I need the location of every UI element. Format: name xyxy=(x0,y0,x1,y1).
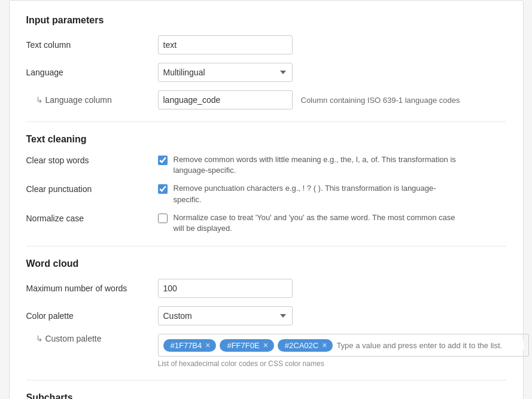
language-column-input[interactable] xyxy=(158,90,293,109)
input-params-title: Input parameters xyxy=(26,15,506,26)
custom-palette-label: Custom palette xyxy=(26,334,158,343)
language-column-row: Language column Column containing ISO 63… xyxy=(26,90,506,109)
max-words-input[interactable] xyxy=(158,279,293,298)
color-palette-row: Color palette Custom Default Pastel Vivi… xyxy=(26,306,506,325)
clear-punctuation-label: Clear punctuation xyxy=(26,183,158,194)
clear-punctuation-area: Remove punctuation characters e.g., ! ? … xyxy=(158,183,461,205)
custom-palette-row: Custom palette #1F77B4 × #FF7F0E × #2CA0… xyxy=(26,334,506,368)
language-select[interactable]: Multilingual English French German Spani… xyxy=(158,63,293,82)
text-column-label: Text column xyxy=(26,40,158,50)
max-words-label: Maximum number of words xyxy=(26,284,158,293)
language-column-label: Language column xyxy=(26,95,158,105)
tags-container[interactable]: #1F77B4 × #FF7F0E × #2CA02C × xyxy=(158,334,529,357)
tags-input[interactable] xyxy=(336,341,523,350)
clear-punctuation-checkbox[interactable] xyxy=(158,184,168,194)
tag-2ca02c-close[interactable]: × xyxy=(322,341,327,349)
text-column-input[interactable] xyxy=(158,35,293,54)
custom-palette-col: #1F77B4 × #FF7F0E × #2CA02C × List of he… xyxy=(158,334,529,368)
clear-stop-words-area: Remove common words with little meaning … xyxy=(158,154,461,176)
tag-2ca02c-value: #2CA02C xyxy=(285,341,318,350)
subcharts-section: Subcharts Split by column Optional colum… xyxy=(26,392,506,399)
clear-punctuation-desc: Remove punctuation characters e.g., ! ? … xyxy=(174,183,461,205)
max-words-row: Maximum number of words xyxy=(26,279,506,298)
normalize-case-row: Normalize case Normalize case to treat '… xyxy=(26,212,506,234)
tag-ff7f0e-value: #FF7F0E xyxy=(227,341,259,350)
normalize-case-label: Normalize case xyxy=(26,212,158,223)
tag-1f77b4-value: #1F77B4 xyxy=(171,341,202,350)
clear-stop-words-row: Clear stop words Remove common words wit… xyxy=(26,154,506,176)
language-column-hint: Column containing ISO 639-1 language cod… xyxy=(301,96,460,105)
word-cloud-title: Word cloud xyxy=(26,258,506,269)
clear-stop-words-checkbox[interactable] xyxy=(158,156,168,165)
language-row: Language Multilingual English French Ger… xyxy=(26,63,506,82)
tag-ff7f0e: #FF7F0E × xyxy=(220,339,273,352)
clear-punctuation-row: Clear punctuation Remove punctuation cha… xyxy=(26,183,506,205)
text-cleaning-title: Text cleaning xyxy=(26,134,506,145)
language-label: Language xyxy=(26,68,158,77)
settings-panel: Input parameters Text column Language Mu… xyxy=(9,0,524,399)
normalize-case-area: Normalize case to treat 'You' and 'you' … xyxy=(158,212,461,234)
clear-stop-words-desc: Remove common words with little meaning … xyxy=(174,154,461,176)
text-column-row: Text column xyxy=(26,35,506,54)
normalize-case-desc: Normalize case to treat 'You' and 'you' … xyxy=(174,212,461,234)
normalize-case-checkbox[interactable] xyxy=(158,214,168,223)
tag-ff7f0e-close[interactable]: × xyxy=(263,341,268,349)
color-palette-select[interactable]: Custom Default Pastel Vivid xyxy=(158,306,293,325)
tag-1f77b4-close[interactable]: × xyxy=(205,341,210,349)
tag-1f77b4: #1F77B4 × xyxy=(163,339,217,352)
tag-2ca02c: #2CA02C × xyxy=(278,339,333,352)
subcharts-title: Subcharts xyxy=(26,392,506,399)
clear-stop-words-label: Clear stop words xyxy=(26,154,158,165)
palette-hint: List of hexadecimal color codes or CSS c… xyxy=(158,360,529,368)
color-palette-label: Color palette xyxy=(26,311,158,321)
